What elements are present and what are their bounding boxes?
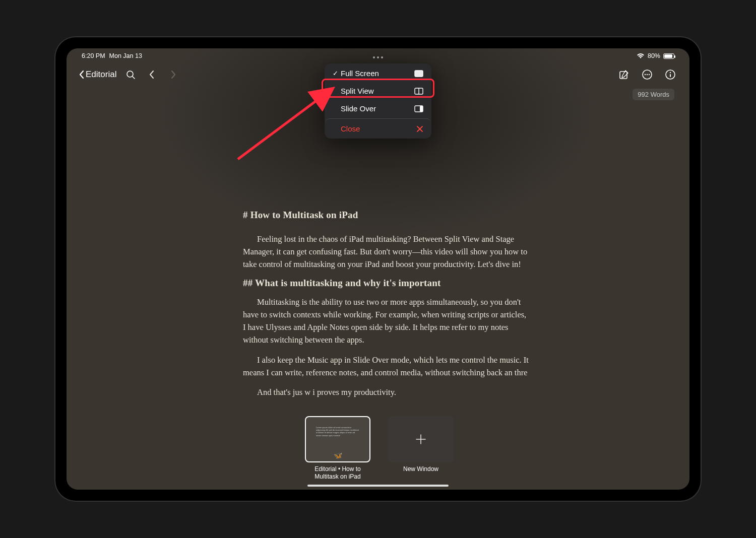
svg-line-1: [133, 77, 135, 79]
status-date: Mon Jan 13: [109, 52, 142, 59]
menu-item-split-view[interactable]: Split View: [326, 82, 430, 100]
home-indicator[interactable]: [307, 485, 449, 487]
shelf-thumbnail[interactable]: Lorem ipsum dolor sit amet consectetur a…: [305, 416, 370, 462]
document-paragraph: Feeling lost in the chaos of iPad multit…: [243, 233, 530, 271]
ipad-frame: 6:20 PM Mon Jan 13 80% Ed: [55, 37, 701, 501]
info-circle-icon: [665, 69, 676, 80]
shelf-item-current[interactable]: Lorem ipsum dolor sit amet consectetur a…: [302, 416, 373, 481]
search-button[interactable]: [123, 68, 138, 82]
document-paragraph: And that's jus w i proves my productivit…: [243, 386, 530, 398]
svg-point-5: [647, 74, 648, 75]
svg-line-15: [238, 90, 331, 159]
menu-item-slide-over[interactable]: Slide Over: [326, 100, 430, 117]
compose-button[interactable]: [617, 68, 631, 82]
chevron-right-icon: [170, 70, 176, 79]
search-icon: [125, 70, 136, 80]
window-shelf: Lorem ipsum dolor sit amet consectetur a…: [302, 416, 454, 481]
document-h1: # How to Multitask on iPad: [243, 210, 530, 221]
chevron-left-icon: [149, 70, 155, 79]
more-button[interactable]: [640, 68, 654, 82]
svg-rect-9: [670, 74, 671, 77]
nav-forward-button: [166, 68, 180, 82]
svg-rect-10: [415, 71, 423, 77]
plus-icon: [414, 433, 427, 446]
menu-item-close[interactable]: Close: [326, 118, 430, 138]
shelf-label: New Window: [403, 465, 438, 473]
wifi-icon: [637, 53, 645, 59]
svg-rect-14: [420, 106, 423, 112]
info-button[interactable]: [663, 68, 677, 82]
svg-point-4: [645, 74, 646, 75]
document-content: # How to Multitask on iPad Feeling lost …: [243, 210, 530, 406]
shelf-item-new-window[interactable]: New Window: [388, 416, 454, 473]
fullscreen-icon: [413, 70, 423, 77]
nav-back-button[interactable]: [145, 68, 159, 82]
battery-percent: 80%: [648, 52, 660, 59]
svg-point-8: [670, 72, 671, 73]
close-icon: [413, 125, 423, 132]
status-time: 6:20 PM: [82, 52, 105, 59]
compose-icon: [618, 69, 629, 80]
word-count-badge[interactable]: 992 Words: [633, 89, 674, 100]
screen: 6:20 PM Mon Jan 13 80% Ed: [67, 48, 689, 490]
ellipsis-circle-icon: [642, 69, 653, 80]
menu-item-label: Slide Over: [341, 104, 413, 113]
svg-point-6: [649, 74, 650, 75]
back-button[interactable]: Editorial: [79, 70, 116, 80]
checkmark-icon: ✓: [333, 70, 341, 77]
document-h2: ## What is multitasking and why it's imp…: [243, 278, 530, 289]
document-paragraph: Multitasking is the ability to use two o…: [243, 296, 530, 346]
menu-item-label: Close: [341, 124, 413, 133]
slideover-icon: [413, 105, 423, 112]
app-icon: 🦋: [334, 451, 342, 459]
multitask-menu: ✓ Full Screen Split View Slide Over: [325, 63, 431, 139]
menu-item-label: Split View: [341, 87, 413, 95]
back-label: Editorial: [86, 70, 116, 80]
menu-item-label: Full Screen: [341, 69, 413, 78]
new-window-thumbnail[interactable]: [388, 416, 454, 462]
multitask-control[interactable]: [371, 54, 385, 60]
chevron-left-icon: [79, 70, 85, 79]
svg-point-0: [127, 71, 133, 77]
annotation-arrow: [233, 84, 339, 164]
splitview-icon: [413, 88, 423, 95]
battery-icon: [663, 53, 674, 59]
menu-item-full-screen[interactable]: ✓ Full Screen: [326, 64, 430, 82]
shelf-label: Editorial • How to Multitask on iPad: [302, 465, 373, 481]
document-paragraph: I also keep the Music app in Slide Over …: [243, 354, 530, 379]
